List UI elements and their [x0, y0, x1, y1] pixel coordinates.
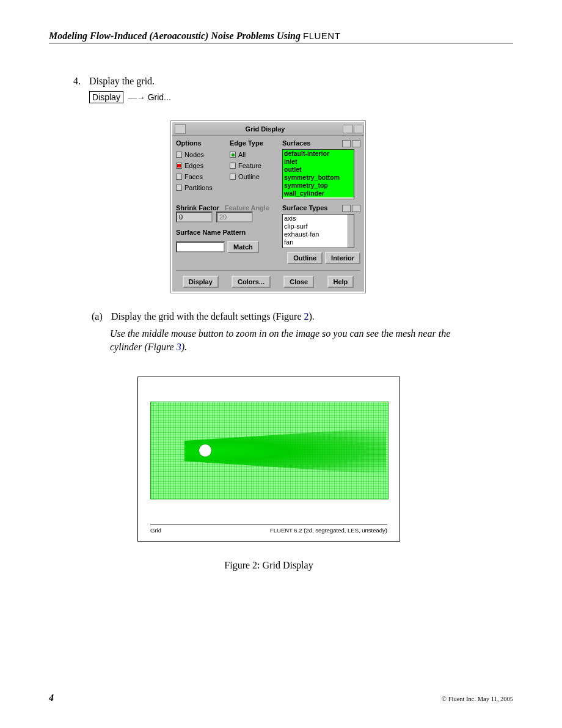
interior-button[interactable]: Interior	[325, 252, 360, 264]
header-rule	[49, 43, 513, 43]
list-item[interactable]: wall_cylinder	[283, 189, 354, 197]
checkbox-faces[interactable]: Faces	[176, 173, 226, 180]
surface-types-listbox[interactable]: axis clip-surf exhaust-fan fan	[282, 214, 354, 248]
checkbox-nodes-label: Nodes	[184, 151, 204, 158]
list-item[interactable]: outlet	[283, 166, 354, 174]
arrow-icon: —→	[128, 93, 145, 103]
plot-label: Grid	[150, 527, 161, 534]
maximize-icon[interactable]	[354, 125, 363, 133]
figure-2-link[interactable]: 2	[304, 311, 309, 322]
surfaces-label: Surfaces	[282, 139, 310, 147]
shrink-label: Shrink Factor	[176, 204, 219, 211]
list-item[interactable]: axis	[283, 215, 354, 222]
version-line: FLUENT 6.2 (2d, segregated, LES, unstead…	[270, 527, 387, 534]
figure-frame: Grid FLUENT 6.2 (2d, segregated, LES, un…	[137, 377, 400, 542]
checkbox-partitions[interactable]: Partitions	[176, 184, 226, 191]
page-header: Modeling Flow-Induced (Aeroacoustic) Noi…	[49, 31, 513, 43]
page-footer: 4 © Fluent Inc. May 11, 2005	[49, 693, 513, 704]
shrink-input[interactable]: 0	[176, 211, 213, 222]
checkbox-partitions-label: Partitions	[184, 184, 213, 191]
checkbox-edges[interactable]: Edges	[176, 162, 226, 169]
radio-all[interactable]: All	[230, 151, 279, 158]
header-product: FLUENT	[303, 31, 340, 41]
menu-grid: Grid...	[148, 92, 171, 102]
deselect-all-types-icon[interactable]	[352, 205, 360, 212]
step-text: Display the grid.	[89, 76, 155, 86]
select-all-types-icon[interactable]	[342, 205, 351, 212]
colors-button[interactable]: Colors...	[232, 276, 271, 288]
pattern-input[interactable]	[176, 241, 225, 252]
header-title-text: Modeling Flow-Induced (Aeroacoustic) Noi…	[49, 31, 301, 41]
radio-outline[interactable]: Outline	[230, 173, 279, 180]
substep-letter: (a)	[92, 311, 109, 322]
surface-types-label: Surface Types	[282, 204, 327, 211]
feature-angle-label: Feature Angle	[225, 204, 269, 211]
display-button[interactable]: Display	[183, 276, 219, 288]
radio-outline-label: Outline	[238, 173, 260, 180]
figure-caption: Figure 2: Grid Display	[137, 560, 400, 571]
instruction-after: ).	[181, 342, 187, 352]
page-number: 4	[49, 693, 54, 704]
match-button[interactable]: Match	[227, 241, 259, 253]
list-item[interactable]: default-interior	[283, 150, 354, 158]
feature-angle-input: 20	[216, 211, 253, 222]
list-item[interactable]: fan	[283, 238, 354, 246]
substep-a: (a) Display the grid with the default se…	[92, 311, 513, 322]
substep-text-after: ).	[309, 311, 315, 322]
dialog-title: Grid Display	[188, 125, 342, 133]
list-item[interactable]: symmetry_bottom	[283, 174, 354, 182]
minimize-icon[interactable]	[343, 125, 352, 133]
surfaces-listbox[interactable]: default-interior inlet outlet symmetry_b…	[282, 149, 354, 199]
options-label: Options	[176, 139, 226, 147]
list-item[interactable]: inlet	[283, 158, 354, 166]
help-button[interactable]: Help	[327, 276, 354, 288]
step-number: 4.	[73, 74, 87, 89]
grid-display-dialog: Grid Display Options Nodes Edges Faces P…	[171, 121, 365, 293]
instruction-text: Use the middle mouse button to zoom in o…	[110, 327, 452, 355]
radio-feature-label: Feature	[238, 162, 261, 169]
cylinder-icon	[199, 444, 212, 457]
wake-region	[184, 428, 386, 474]
figure-2: Grid FLUENT 6.2 (2d, segregated, LES, un…	[137, 377, 400, 571]
menu-path: Display —→Grid...	[89, 92, 513, 103]
dialog-titlebar: Grid Display	[172, 122, 364, 136]
scrollbar[interactable]	[348, 215, 354, 248]
list-item[interactable]: symmetry_top	[283, 182, 354, 189]
substep-text-before: Display the grid with the default settin…	[111, 311, 304, 322]
deselect-all-icon[interactable]	[352, 140, 360, 147]
copyright: © Fluent Inc. May 11, 2005	[442, 696, 513, 702]
edge-type-label: Edge Type	[230, 139, 279, 147]
mesh-plot	[150, 402, 389, 499]
menu-display: Display	[89, 91, 123, 103]
select-all-icon[interactable]	[342, 140, 351, 147]
list-item[interactable]: clip-surf	[283, 222, 354, 230]
checkbox-edges-label: Edges	[184, 162, 203, 169]
checkbox-faces-label: Faces	[184, 173, 203, 180]
pattern-label: Surface Name Pattern	[176, 229, 279, 236]
radio-all-label: All	[238, 151, 246, 158]
system-menu-icon[interactable]	[175, 124, 186, 134]
checkbox-nodes[interactable]: Nodes	[176, 151, 226, 158]
radio-feature[interactable]: Feature	[230, 162, 279, 169]
figure-3-link[interactable]: 3	[177, 342, 181, 352]
outline-button[interactable]: Outline	[287, 252, 323, 264]
close-button[interactable]: Close	[283, 276, 314, 288]
step-4: 4. Display the grid.	[73, 74, 513, 89]
list-item[interactable]: exhaust-fan	[283, 230, 354, 238]
instruction-before: Use the middle mouse button to zoom in o…	[110, 328, 450, 352]
